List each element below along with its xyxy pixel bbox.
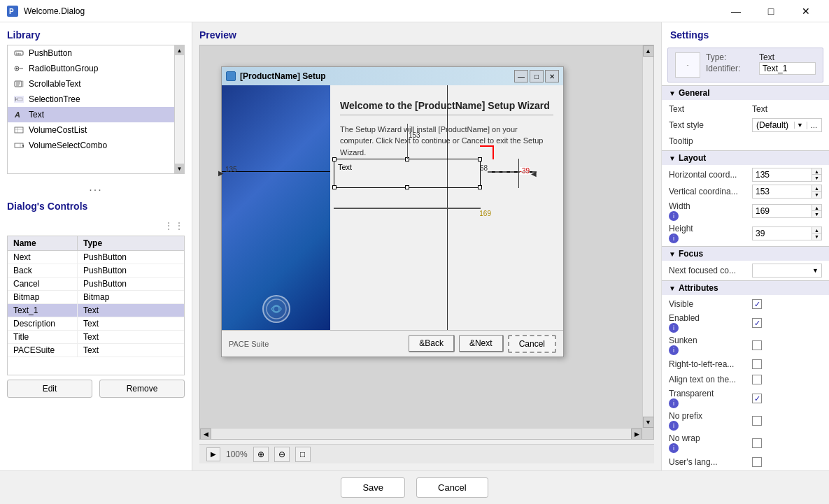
identifier-input[interactable] — [759, 62, 816, 75]
remove-button[interactable]: Remove — [99, 380, 185, 398]
handle-b[interactable] — [405, 185, 409, 189]
library-item-label: VolumeCostList — [29, 125, 87, 135]
section-general-header[interactable]: ▼ General — [662, 85, 829, 100]
nav-prev-btn[interactable]: ▶ — [206, 447, 220, 461]
text-field-label: Text — [669, 104, 749, 114]
preview-hscrollbar[interactable]: ◀ ▶ — [200, 428, 642, 439]
rtl-checkbox[interactable] — [752, 359, 762, 369]
control-row-pacesuite[interactable]: PACESuite Text — [8, 344, 184, 357]
control-row-text1[interactable]: Text_1 Text — [8, 304, 184, 317]
width-down-btn[interactable]: ▼ — [812, 211, 821, 217]
section-focus-title: Focus — [679, 249, 703, 259]
library-item-volumesel[interactable]: ▼ VolumeSelectCombo — [8, 138, 184, 153]
align-checkbox[interactable] — [752, 375, 762, 384]
enabled-checkbox[interactable]: ✓ — [752, 318, 762, 328]
text-control-label: Text — [338, 163, 352, 171]
sunken-info-icon[interactable]: i — [669, 345, 679, 355]
height-info-icon[interactable]: i — [669, 233, 679, 243]
dim-label-135: 135 — [225, 166, 237, 173]
vscroll-down-btn[interactable]: ▼ — [643, 417, 654, 428]
height-up-btn[interactable]: ▲ — [812, 227, 821, 233]
width-info-icon[interactable]: i — [669, 211, 679, 221]
library-item-pushbutton[interactable]: btn PushButton — [8, 45, 184, 61]
transparent-info-icon[interactable]: i — [669, 398, 679, 408]
control-row-title[interactable]: Title Text — [8, 331, 184, 344]
library-item-volumecost[interactable]: VolumeCostList — [8, 122, 184, 138]
text-control-container: ▶ 135 Text — [334, 159, 481, 188]
control-row-back[interactable]: Back PushButton — [8, 264, 184, 278]
dialog-close-btn[interactable]: ✕ — [545, 70, 559, 82]
section-attrs-header[interactable]: ▼ Attributes — [662, 280, 829, 295]
zoom-in-btn[interactable]: ⊕ — [253, 447, 269, 462]
cancel-button[interactable]: Cancel — [416, 477, 488, 498]
transparent-checkbox[interactable]: ✓ — [752, 394, 762, 403]
focus-dropdown-arrow[interactable]: ▼ — [812, 267, 819, 274]
section-general-body: Text Text Text style (Default) ▼ … Toolt… — [662, 100, 829, 150]
horiz-down-btn[interactable]: ▼ — [812, 175, 821, 181]
visible-checkbox[interactable]: ✓ — [752, 299, 762, 309]
textstyle-dropdown-btn[interactable]: ▼ — [794, 122, 805, 129]
dialog-maximize-btn[interactable]: □ — [530, 70, 544, 82]
control-row-cancel[interactable]: Cancel PushButton — [8, 278, 184, 291]
scroll-up-btn[interactable]: ▲ — [175, 45, 185, 55]
section-focus-header[interactable]: ▼ Focus — [662, 246, 829, 261]
horiz-spinner[interactable]: 135 ▲ ▼ — [752, 168, 822, 182]
library-item-scrolltext[interactable]: ScrollableText — [8, 76, 184, 92]
vert-up-btn[interactable]: ▲ — [812, 185, 821, 192]
maximize-button[interactable]: □ — [755, 0, 787, 22]
enabled-info-icon[interactable]: i — [669, 323, 679, 333]
control-row-description[interactable]: Description Text — [8, 317, 184, 331]
textstyle-select[interactable]: (Default) ▼ … — [752, 118, 822, 132]
sunken-row: Sunken i — [662, 334, 829, 357]
userslang-checkbox[interactable] — [752, 457, 762, 467]
nowrap-info-icon[interactable]: i — [669, 443, 679, 453]
hscroll-left-btn[interactable]: ◀ — [200, 429, 211, 440]
save-button[interactable]: Save — [341, 477, 405, 498]
height-val: 39 — [753, 228, 812, 239]
title-bar: P Welcome.Dialog — □ ✕ — [0, 0, 829, 22]
zoom-fit-btn[interactable]: □ — [295, 447, 311, 462]
hscroll-right-btn[interactable]: ▶ — [631, 429, 642, 440]
width-up-btn[interactable]: ▲ — [812, 205, 821, 211]
horiz-up-btn[interactable]: ▲ — [812, 168, 821, 175]
vert-down-btn[interactable]: ▼ — [812, 192, 821, 198]
height-down-btn[interactable]: ▼ — [812, 233, 821, 240]
library-item-tree[interactable]: SelectionTree — [8, 92, 184, 107]
control-row-bitmap[interactable]: Bitmap Bitmap — [8, 291, 184, 304]
vert-spinner[interactable]: 153 ▲ ▼ — [752, 185, 822, 199]
focus-next-select[interactable]: ▼ — [752, 264, 822, 278]
width-spinner[interactable]: 169 ▲ ▼ — [752, 204, 822, 218]
section-focus-body: Next focused co... ▼ — [662, 261, 829, 280]
preview-vscrollbar[interactable]: ▲ ▼ — [642, 45, 653, 428]
back-button[interactable]: &Back — [409, 335, 455, 352]
dialog-titlebar: [ProductName] Setup — □ ✕ — [222, 67, 563, 85]
handle-tl[interactable] — [332, 157, 336, 161]
next-button[interactable]: &Next — [459, 335, 504, 352]
transparent-label: Transparent i — [669, 389, 749, 408]
vscroll-up-btn[interactable]: ▲ — [643, 45, 654, 57]
height-spinner[interactable]: 39 ▲ ▼ — [752, 226, 822, 240]
scroll-down-btn[interactable]: ▼ — [175, 164, 185, 173]
drag-handle[interactable]: ⋮⋮ — [164, 220, 185, 231]
edit-button[interactable]: Edit — [7, 380, 92, 398]
dim-label-68: 68 — [480, 164, 488, 172]
library-item-radio[interactable]: RadioButtonGroup — [8, 61, 184, 76]
noprefix-info-icon[interactable]: i — [669, 421, 679, 431]
nowrap-checkbox[interactable] — [752, 438, 762, 448]
handle-br[interactable] — [478, 185, 482, 189]
section-layout-header[interactable]: ▼ Layout — [662, 150, 829, 165]
cancel-button[interactable]: Cancel — [508, 335, 556, 353]
sunken-checkbox[interactable] — [752, 340, 762, 350]
dim-line-135 — [222, 171, 330, 172]
noprefix-checkbox[interactable] — [752, 416, 762, 426]
zoom-out-btn[interactable]: ⊖ — [274, 447, 290, 462]
handle-bl[interactable] — [332, 185, 336, 189]
control-row-next[interactable]: Next PushButton — [8, 251, 184, 264]
text-control-box[interactable]: Text — [334, 159, 481, 188]
library-item-text[interactable]: A Text — [8, 107, 184, 122]
dialog-minimize-btn[interactable]: — — [514, 70, 528, 82]
library-scrollbar[interactable]: ▲ ▼ — [174, 45, 184, 173]
minimize-button[interactable]: — — [720, 0, 752, 22]
close-button[interactable]: ✕ — [790, 0, 822, 22]
textstyle-extra-btn[interactable]: … — [807, 122, 821, 129]
